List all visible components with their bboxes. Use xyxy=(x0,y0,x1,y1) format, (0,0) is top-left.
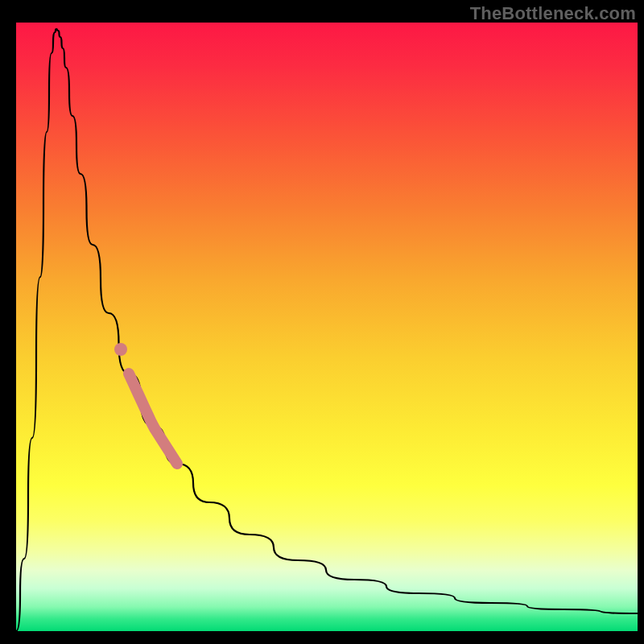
pink-dot-icon xyxy=(114,343,127,356)
chart-frame: TheBottleneck.com xyxy=(0,0,644,644)
thick-pink-segment xyxy=(129,374,177,464)
curve-layer xyxy=(16,23,638,631)
watermark-label: TheBottleneck.com xyxy=(470,3,636,24)
bottleneck-curve xyxy=(16,29,638,631)
plot-area xyxy=(16,23,638,631)
